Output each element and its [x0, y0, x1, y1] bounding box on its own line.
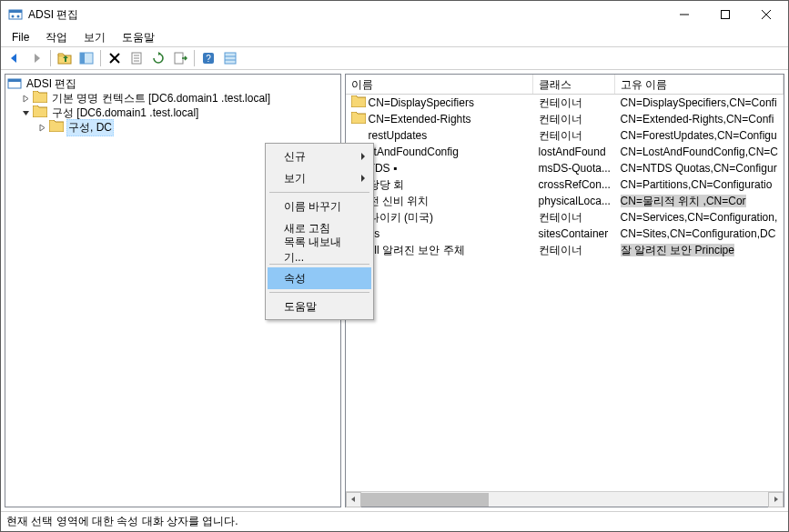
export-list-button[interactable]	[170, 48, 190, 68]
list-header: 이름 클래스 고유 이름	[346, 75, 784, 95]
submenu-arrow-icon	[360, 172, 366, 185]
help-button[interactable]: ?	[198, 48, 218, 68]
menu-item-label: 새로 고침	[284, 221, 330, 236]
expand-icon[interactable]	[36, 122, 47, 133]
context-menu-item[interactable]: 목록 내보내기...	[268, 239, 371, 261]
cell-dn: CN=물리적 위치 ,CN=Cor	[615, 193, 784, 210]
toolbar-sep	[100, 50, 101, 66]
folder-icon	[33, 91, 47, 105]
svg-rect-10	[80, 53, 85, 64]
folder-icon	[33, 105, 47, 120]
svg-point-3	[17, 15, 20, 18]
maximize-button[interactable]	[704, 1, 745, 28]
cell-name: 나이키 (미국)	[369, 210, 433, 226]
context-menu[interactable]: 신규보기이름 바꾸기새로 고침목록 내보내기...속성도움말	[265, 143, 374, 320]
cell-class: crossRefCon...	[533, 177, 615, 192]
minimize-button[interactable]	[663, 1, 704, 28]
list-row[interactable]: ell 알려진 보안 주체컨테이너잘 알려진 보안 Principe	[346, 242, 784, 258]
cell-dn: CN=Services,CN=Configuration,	[615, 210, 784, 225]
list-pane: 이름 클래스 고유 이름 CN=DisplaySpecifiers컨테이너CN=…	[345, 74, 784, 507]
expand-icon[interactable]	[20, 93, 31, 104]
list-row[interactable]: 전 신비 위치physicalLoca...CN=물리적 위치 ,CN=Cor	[346, 193, 784, 209]
delete-button[interactable]	[105, 48, 125, 68]
cell-class: 컨테이너	[533, 111, 615, 128]
list-row[interactable]: CN=DisplaySpecifiers컨테이너CN=DisplaySpecif…	[346, 95, 784, 111]
menu-actions[interactable]: 작업	[38, 28, 75, 47]
list-body[interactable]: CN=DisplaySpecifiers컨테이너CN=DisplaySpecif…	[346, 95, 784, 491]
tree-node[interactable]: 기본 명명 컨텍스트 [DC6.domain1 .test.local]	[7, 91, 339, 105]
statusbar: 현재 선택 영역에 대한 속성 대화 상자를 엽니다.	[1, 511, 788, 531]
horizontal-scrollbar[interactable]	[346, 491, 784, 507]
cell-class: 컨테이너	[533, 242, 615, 259]
cell-dn: CN=Sites,CN=Configuration,DC	[615, 226, 784, 241]
scroll-thumb[interactable]	[361, 493, 489, 507]
cell-class: 컨테이너	[533, 127, 615, 145]
menu-help[interactable]: 도움말	[115, 28, 162, 47]
cell-dn: CN=NTDS Quotas,CN=Configur	[615, 161, 784, 176]
svg-rect-17	[175, 53, 183, 64]
menu-item-label: 이름 바꾸기	[284, 199, 341, 215]
cell-class: 컨테이너	[533, 95, 615, 112]
scroll-right-button[interactable]	[768, 492, 784, 507]
col-name[interactable]: 이름	[346, 75, 533, 94]
context-menu-item[interactable]: 신규	[268, 146, 371, 167]
svg-rect-20	[225, 53, 236, 64]
cell-name: CN=DisplaySpecifiers	[369, 96, 474, 109]
back-button[interactable]	[5, 48, 25, 68]
tree-node[interactable]: 구성 [DC6.domain1 .test.local]	[7, 105, 339, 120]
cell-name: 전 신비 위치	[369, 194, 430, 209]
col-class[interactable]: 클래스	[533, 75, 615, 94]
tree-node-label: 기본 명명 컨텍스트 [DC6.domain1 .test.local]	[50, 91, 272, 106]
adsi-root-icon	[7, 76, 22, 91]
cell-dn: CN=ForestUpdates,CN=Configu	[615, 128, 784, 143]
menu-file[interactable]: File	[5, 29, 36, 45]
menu-item-label: 신규	[284, 149, 306, 165]
context-menu-item[interactable]: 보기	[268, 167, 371, 189]
window-title: ADSI 편집	[28, 7, 663, 23]
menu-item-label: 보기	[284, 171, 306, 186]
status-text: 현재 선택 영역에 대한 속성 대화 상자를 엽니다.	[6, 514, 238, 529]
settings-button[interactable]	[220, 48, 240, 68]
menu-item-label: 도움말	[284, 299, 317, 315]
cell-class: physicalLoca...	[533, 194, 615, 208]
context-menu-item[interactable]: 이름 바꾸기	[268, 196, 371, 217]
menu-item-label: 속성	[284, 271, 306, 286]
scroll-left-button[interactable]	[346, 492, 361, 507]
up-folder-button[interactable]	[55, 48, 75, 68]
folder-icon	[351, 95, 366, 110]
col-dn[interactable]: 고유 이름	[615, 75, 784, 94]
toolbar-sep	[50, 50, 51, 66]
cell-name: stAndFoundConfig	[369, 146, 459, 158]
menu-view[interactable]: 보기	[76, 28, 113, 47]
list-row[interactable]: 나이키 (미국)컨테이너CN=Services,CN=Configuration…	[346, 209, 784, 226]
tree-root[interactable]: ADSI 편집	[7, 76, 339, 91]
submenu-arrow-icon	[360, 150, 366, 163]
list-row[interactable]: TDS ▪msDS-Quota...CN=NTDS Quotas,CN=Conf…	[346, 160, 784, 176]
tree-node-selected[interactable]: 구성, DC	[7, 120, 339, 135]
show-hide-tree-button[interactable]	[76, 48, 96, 68]
collapse-icon[interactable]	[20, 107, 31, 118]
list-row[interactable]: CN=Extended-Rights컨테이너CN=Extended-Rights…	[346, 111, 784, 127]
app-icon	[8, 7, 23, 22]
close-button[interactable]	[745, 1, 786, 28]
toolbar: ?	[1, 46, 788, 70]
cell-dn: CN=Partitions,CN=Configuratio	[615, 177, 784, 192]
folder-icon	[351, 112, 366, 126]
window-controls	[663, 1, 786, 28]
cell-dn: CN=DisplaySpecifiers,CN=Confi	[615, 95, 784, 110]
scroll-track[interactable]	[361, 492, 768, 507]
list-row[interactable]: essitesContainerCN=Sites,CN=Configuratio…	[346, 226, 784, 242]
cell-name: ell 알려진 보안 주체	[369, 243, 465, 258]
app-window: ADSI 편집 File 작업 보기 도움말 ?	[0, 0, 789, 532]
context-menu-item[interactable]: 도움말	[268, 296, 371, 317]
properties-button[interactable]	[126, 48, 147, 68]
list-row[interactable]: restUpdates컨테이너CN=ForestUpdates,CN=Confi…	[346, 127, 784, 144]
cell-class: msDS-Quota...	[533, 161, 615, 176]
cell-name: restUpdates	[369, 129, 428, 142]
list-row[interactable]: stAndFoundConfiglostAndFoundCN=LostAndFo…	[346, 144, 784, 160]
context-menu-item[interactable]: 속성	[268, 267, 371, 289]
refresh-button[interactable]	[148, 48, 168, 68]
list-row[interactable]: 당당 회crossRefCon...CN=Partitions,CN=Confi…	[346, 176, 784, 193]
forward-button[interactable]	[26, 48, 46, 68]
cell-dn: 잘 알려진 보안 Principe	[615, 242, 784, 259]
